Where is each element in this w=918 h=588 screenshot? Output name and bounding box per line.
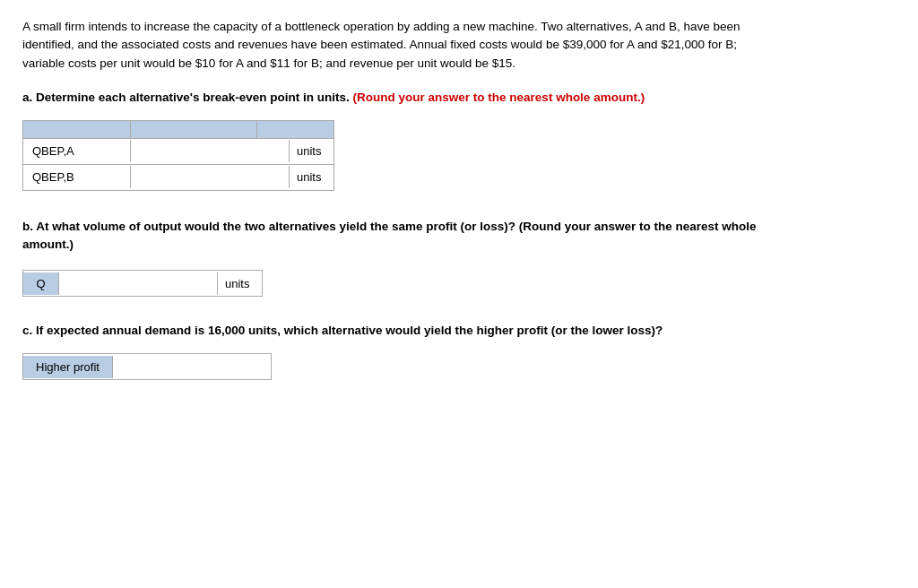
qbep-a-input[interactable] (131, 139, 289, 164)
header-spacer (23, 120, 131, 138)
section-a-table: QBEP,A units QBEP,B units (22, 120, 334, 191)
problem-statement: A small firm intends to increase the cap… (22, 18, 896, 73)
qbep-b-input[interactable] (131, 165, 289, 190)
qbep-b-label: QBEP,B (23, 166, 131, 188)
section-c: c. If expected annual demand is 16,000 u… (22, 324, 896, 380)
q-row-container: Q units (22, 270, 263, 297)
qbep-a-units: units (289, 140, 333, 162)
section-b-label: b. At what volume of output would the tw… (22, 218, 896, 255)
section-a-label: a. Determine each alternative's break-ev… (22, 91, 896, 104)
section-a: a. Determine each alternative's break-ev… (22, 91, 896, 191)
header-input-area (131, 120, 256, 138)
higher-profit-input[interactable] (113, 354, 271, 379)
table-row: QBEP,B units (23, 165, 333, 190)
q-units: units (217, 272, 262, 295)
table-header-row (23, 121, 333, 139)
qbep-a-label: QBEP,A (23, 140, 131, 162)
table-row: QBEP,A units (23, 139, 333, 165)
higher-profit-label: Higher profit (23, 356, 113, 378)
section-b: b. At what volume of output would the tw… (22, 218, 896, 298)
header-units-area (256, 120, 301, 138)
q-input[interactable] (59, 271, 217, 296)
higher-profit-container: Higher profit (22, 353, 272, 380)
qbep-b-units: units (289, 166, 333, 188)
q-label: Q (23, 272, 59, 295)
section-c-label: c. If expected annual demand is 16,000 u… (22, 324, 896, 337)
